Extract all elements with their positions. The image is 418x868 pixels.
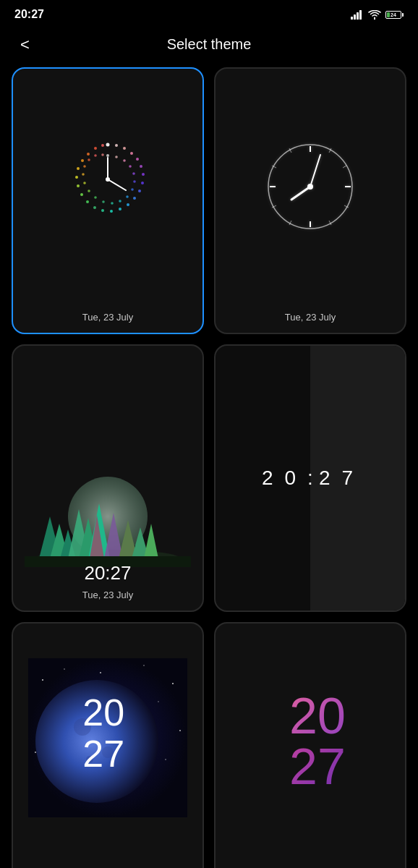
status-icons: 24 [351, 10, 404, 20]
theme-card-3[interactable]: 20:27 Tue, 23 July [12, 344, 204, 611]
color-clock-display: 20 27 [275, 691, 346, 792]
flip-colon: : [307, 467, 313, 490]
svg-point-46 [101, 153, 104, 156]
svg-point-87 [179, 730, 181, 731]
svg-point-65 [307, 184, 313, 190]
theme2-visual [216, 69, 405, 304]
theme-card-6[interactable]: 20 27 Tue, 23 July [214, 622, 406, 868]
svg-point-88 [165, 759, 166, 760]
svg-point-35 [126, 195, 129, 198]
svg-point-84 [143, 665, 145, 666]
theme-grid: Tue, 23 July [0, 67, 418, 868]
flip-digit-1: 2 [262, 467, 279, 490]
theme3-visual [13, 346, 202, 566]
moon-time-display: 20 27 [82, 692, 124, 775]
svg-point-10 [142, 173, 145, 176]
svg-marker-77 [144, 524, 158, 558]
theme-card-5[interactable]: 20 27 Tue, 23 July [12, 622, 204, 868]
svg-point-24 [81, 159, 84, 162]
svg-point-16 [110, 210, 113, 213]
color-minute: 27 [289, 741, 346, 792]
minimal-clock-svg [260, 136, 361, 237]
svg-point-20 [80, 193, 83, 196]
svg-point-31 [129, 165, 132, 168]
svg-point-23 [77, 167, 80, 170]
svg-point-22 [75, 176, 78, 179]
svg-point-26 [94, 147, 97, 150]
svg-point-6 [123, 147, 126, 150]
moon-hour: 20 [82, 692, 124, 733]
svg-point-9 [140, 165, 142, 168]
svg-point-17 [101, 209, 104, 212]
svg-point-14 [127, 203, 129, 206]
svg-point-38 [102, 200, 105, 203]
page-title: Select theme [167, 36, 252, 53]
svg-point-49 [106, 177, 110, 182]
svg-point-4 [106, 142, 110, 146]
moon-minute: 27 [82, 733, 124, 775]
theme2-label: Tue, 23 July [285, 312, 336, 323]
svg-point-30 [123, 159, 126, 162]
theme-card-4[interactable]: 2 0 : 2 7 [214, 344, 406, 611]
svg-point-15 [119, 208, 121, 210]
svg-point-13 [133, 197, 136, 200]
svg-point-33 [133, 180, 136, 183]
svg-point-44 [88, 158, 90, 161]
flip-digit-2: 0 [285, 467, 302, 490]
svg-point-32 [132, 172, 135, 175]
svg-point-40 [88, 190, 90, 192]
svg-point-7 [130, 152, 133, 155]
svg-point-81 [42, 679, 43, 681]
svg-line-48 [108, 179, 126, 190]
theme1-label: Tue, 23 July [82, 312, 133, 323]
theme-card-1[interactable]: Tue, 23 July [12, 67, 204, 334]
battery-icon: 24 [385, 11, 404, 19]
svg-rect-3 [359, 10, 362, 20]
svg-line-64 [310, 155, 320, 187]
svg-point-8 [136, 158, 139, 161]
svg-point-41 [83, 182, 86, 184]
svg-rect-2 [357, 12, 359, 20]
svg-point-21 [77, 184, 80, 187]
svg-point-45 [94, 154, 97, 157]
svg-point-90 [35, 752, 36, 753]
dot-clock-svg [57, 136, 158, 237]
svg-point-36 [119, 200, 121, 203]
color-hour: 20 [289, 691, 346, 741]
theme6-visual: 20 27 [216, 624, 405, 859]
page-header: < Select theme [0, 26, 418, 67]
svg-rect-0 [351, 17, 353, 20]
theme3-time: 20:27 [13, 562, 202, 584]
svg-point-39 [94, 196, 97, 199]
status-bar: 20:27 24 [0, 0, 418, 26]
svg-point-12 [138, 190, 141, 192]
svg-point-28 [106, 154, 109, 157]
svg-point-29 [115, 156, 118, 158]
signal-icon [351, 10, 364, 20]
svg-point-85 [172, 683, 174, 684]
svg-point-11 [141, 182, 144, 184]
svg-point-43 [83, 165, 86, 168]
svg-point-25 [87, 153, 90, 156]
svg-point-34 [131, 188, 134, 191]
svg-point-82 [64, 668, 65, 670]
svg-point-18 [93, 206, 96, 209]
theme3-label: Tue, 23 July [82, 590, 133, 600]
flip-digit-4: 7 [341, 467, 359, 490]
theme1-visual [13, 69, 202, 304]
svg-point-19 [86, 200, 89, 203]
theme5-visual: 20 27 [13, 624, 202, 851]
theme-card-2[interactable]: Tue, 23 July [214, 67, 406, 334]
svg-point-42 [82, 173, 85, 176]
svg-point-37 [111, 202, 114, 205]
flip-digit-3: 2 [319, 467, 336, 490]
back-button[interactable]: < [14, 33, 35, 57]
wifi-icon [368, 10, 381, 20]
svg-line-56 [343, 166, 346, 168]
status-time: 20:27 [14, 8, 44, 21]
svg-point-86 [158, 701, 159, 702]
nature-svg [25, 451, 191, 567]
svg-point-27 [101, 144, 104, 147]
svg-point-83 [100, 672, 101, 673]
theme4-visual: 2 0 : 2 7 [216, 346, 405, 610]
